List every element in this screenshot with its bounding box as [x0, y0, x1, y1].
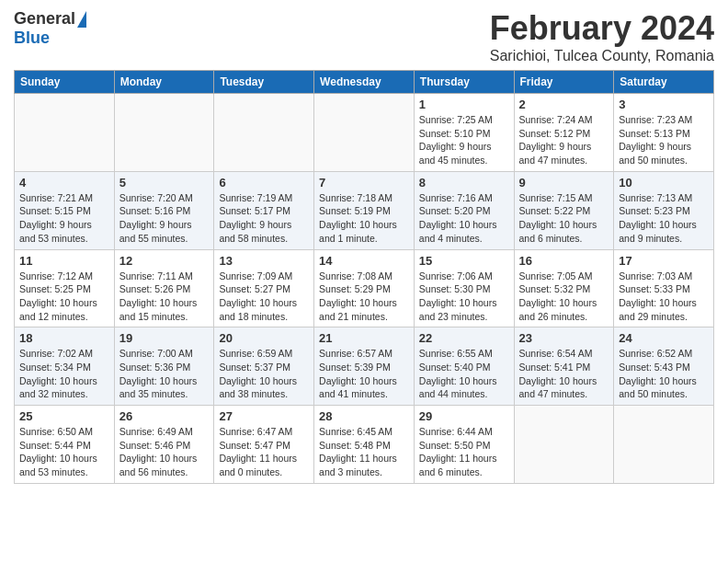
calendar-cell: 9Sunrise: 7:15 AM Sunset: 5:22 PM Daylig…: [514, 171, 614, 249]
day-info: Sunrise: 6:57 AM Sunset: 5:39 PM Dayligh…: [319, 347, 409, 401]
day-of-week-header: Monday: [114, 71, 214, 94]
day-info: Sunrise: 7:15 AM Sunset: 5:22 PM Dayligh…: [519, 191, 609, 246]
calendar-cell: 20Sunrise: 6:59 AM Sunset: 5:37 PM Dayli…: [214, 327, 314, 406]
calendar-week-row: 25Sunrise: 6:50 AM Sunset: 5:44 PM Dayli…: [15, 406, 714, 484]
calendar-cell: 16Sunrise: 7:05 AM Sunset: 5:32 PM Dayli…: [514, 249, 614, 327]
calendar-week-row: 11Sunrise: 7:12 AM Sunset: 5:25 PM Dayli…: [15, 249, 714, 327]
calendar-cell: 21Sunrise: 6:57 AM Sunset: 5:39 PM Dayli…: [314, 327, 415, 406]
calendar-cell: 23Sunrise: 6:54 AM Sunset: 5:41 PM Dayli…: [514, 327, 614, 406]
day-number: 28: [319, 409, 409, 423]
calendar-cell: [15, 94, 115, 172]
day-info: Sunrise: 7:23 AM Sunset: 5:13 PM Dayligh…: [619, 113, 709, 167]
day-number: 4: [19, 176, 109, 190]
day-number: 8: [419, 176, 509, 190]
calendar-cell: 25Sunrise: 6:50 AM Sunset: 5:44 PM Dayli…: [15, 406, 115, 484]
day-number: 27: [219, 409, 309, 423]
day-number: 22: [419, 331, 509, 345]
location-title: Sarichioi, Tulcea County, Romania: [490, 48, 714, 64]
day-number: 17: [619, 254, 709, 268]
day-number: 21: [319, 331, 409, 345]
calendar-cell: 27Sunrise: 6:47 AM Sunset: 5:47 PM Dayli…: [214, 406, 314, 484]
day-number: 16: [519, 254, 609, 268]
day-info: Sunrise: 6:55 AM Sunset: 5:40 PM Dayligh…: [419, 347, 509, 401]
day-number: 2: [519, 98, 609, 111]
day-info: Sunrise: 7:11 AM Sunset: 5:26 PM Dayligh…: [119, 270, 210, 324]
logo-general-text: General: [14, 9, 75, 29]
day-number: 18: [19, 331, 109, 345]
calendar-cell: [114, 94, 214, 172]
calendar-cell: 12Sunrise: 7:11 AM Sunset: 5:26 PM Dayli…: [114, 249, 214, 327]
calendar-cell: 22Sunrise: 6:55 AM Sunset: 5:40 PM Dayli…: [414, 327, 514, 406]
day-info: Sunrise: 7:08 AM Sunset: 5:29 PM Dayligh…: [319, 270, 409, 324]
day-of-week-header: Thursday: [414, 71, 514, 94]
calendar-cell: 2Sunrise: 7:24 AM Sunset: 5:12 PM Daylig…: [514, 94, 614, 172]
calendar-cell: 26Sunrise: 6:49 AM Sunset: 5:46 PM Dayli…: [114, 406, 214, 484]
day-info: Sunrise: 6:54 AM Sunset: 5:41 PM Dayligh…: [519, 347, 609, 401]
calendar-cell: 6Sunrise: 7:19 AM Sunset: 5:17 PM Daylig…: [214, 171, 314, 249]
day-number: 25: [19, 409, 109, 423]
day-number: 10: [619, 176, 709, 190]
calendar-cell: [514, 406, 614, 484]
day-number: 1: [419, 98, 509, 111]
day-info: Sunrise: 7:21 AM Sunset: 5:15 PM Dayligh…: [19, 191, 109, 246]
day-info: Sunrise: 7:06 AM Sunset: 5:30 PM Dayligh…: [419, 270, 509, 324]
calendar-cell: [314, 94, 415, 172]
calendar-cell: [614, 406, 714, 484]
calendar-cell: 4Sunrise: 7:21 AM Sunset: 5:15 PM Daylig…: [15, 171, 115, 249]
day-info: Sunrise: 6:50 AM Sunset: 5:44 PM Dayligh…: [19, 425, 109, 479]
day-info: Sunrise: 7:00 AM Sunset: 5:36 PM Dayligh…: [119, 347, 210, 401]
calendar-cell: 14Sunrise: 7:08 AM Sunset: 5:29 PM Dayli…: [314, 249, 415, 327]
calendar-cell: 28Sunrise: 6:45 AM Sunset: 5:48 PM Dayli…: [314, 406, 415, 484]
calendar-cell: 3Sunrise: 7:23 AM Sunset: 5:13 PM Daylig…: [614, 94, 714, 172]
calendar-cell: 13Sunrise: 7:09 AM Sunset: 5:27 PM Dayli…: [214, 249, 314, 327]
calendar-cell: 10Sunrise: 7:13 AM Sunset: 5:23 PM Dayli…: [614, 171, 714, 249]
calendar-cell: 1Sunrise: 7:25 AM Sunset: 5:10 PM Daylig…: [414, 94, 514, 172]
calendar-cell: 17Sunrise: 7:03 AM Sunset: 5:33 PM Dayli…: [614, 249, 714, 327]
calendar-cell: 8Sunrise: 7:16 AM Sunset: 5:20 PM Daylig…: [414, 171, 514, 249]
day-number: 9: [519, 176, 609, 190]
title-section: February 2024 Sarichioi, Tulcea County, …: [490, 9, 714, 64]
day-info: Sunrise: 7:20 AM Sunset: 5:16 PM Dayligh…: [119, 191, 210, 246]
day-info: Sunrise: 7:12 AM Sunset: 5:25 PM Dayligh…: [19, 270, 109, 324]
calendar-week-row: 4Sunrise: 7:21 AM Sunset: 5:15 PM Daylig…: [15, 171, 714, 249]
day-info: Sunrise: 7:25 AM Sunset: 5:10 PM Dayligh…: [419, 113, 509, 167]
calendar-week-row: 18Sunrise: 7:02 AM Sunset: 5:34 PM Dayli…: [15, 327, 714, 406]
day-number: 7: [319, 176, 409, 190]
day-of-week-header: Friday: [514, 71, 614, 94]
calendar-week-row: 1Sunrise: 7:25 AM Sunset: 5:10 PM Daylig…: [15, 94, 714, 172]
calendar-cell: 18Sunrise: 7:02 AM Sunset: 5:34 PM Dayli…: [15, 327, 115, 406]
logo-triangle-icon: [77, 11, 86, 28]
calendar-header-row: SundayMondayTuesdayWednesdayThursdayFrid…: [15, 71, 714, 94]
day-of-week-header: Sunday: [15, 71, 115, 94]
calendar-table: SundayMondayTuesdayWednesdayThursdayFrid…: [14, 70, 714, 484]
day-info: Sunrise: 7:19 AM Sunset: 5:17 PM Dayligh…: [219, 191, 309, 246]
day-number: 11: [19, 254, 109, 268]
calendar-cell: 29Sunrise: 6:44 AM Sunset: 5:50 PM Dayli…: [414, 406, 514, 484]
calendar-cell: 7Sunrise: 7:18 AM Sunset: 5:19 PM Daylig…: [314, 171, 415, 249]
day-number: 5: [119, 176, 210, 190]
day-number: 14: [319, 254, 409, 268]
day-number: 19: [119, 331, 210, 345]
logo: General Blue: [14, 9, 86, 48]
day-of-week-header: Tuesday: [214, 71, 314, 94]
calendar-cell: [214, 94, 314, 172]
calendar-cell: 5Sunrise: 7:20 AM Sunset: 5:16 PM Daylig…: [114, 171, 214, 249]
day-number: 29: [419, 409, 509, 423]
day-info: Sunrise: 6:52 AM Sunset: 5:43 PM Dayligh…: [619, 347, 709, 401]
day-number: 3: [619, 98, 709, 111]
day-of-week-header: Saturday: [614, 71, 714, 94]
day-info: Sunrise: 7:18 AM Sunset: 5:19 PM Dayligh…: [319, 191, 409, 246]
calendar-cell: 19Sunrise: 7:00 AM Sunset: 5:36 PM Dayli…: [114, 327, 214, 406]
day-number: 6: [219, 176, 309, 190]
page-header: General Blue February 2024 Sarichioi, Tu…: [14, 9, 714, 64]
day-info: Sunrise: 7:05 AM Sunset: 5:32 PM Dayligh…: [519, 270, 609, 324]
day-number: 23: [519, 331, 609, 345]
day-number: 12: [119, 254, 210, 268]
day-info: Sunrise: 7:24 AM Sunset: 5:12 PM Dayligh…: [519, 113, 609, 167]
logo-blue-text: Blue: [14, 29, 50, 48]
day-number: 15: [419, 254, 509, 268]
calendar-cell: 24Sunrise: 6:52 AM Sunset: 5:43 PM Dayli…: [614, 327, 714, 406]
day-info: Sunrise: 7:13 AM Sunset: 5:23 PM Dayligh…: [619, 191, 709, 246]
day-info: Sunrise: 6:44 AM Sunset: 5:50 PM Dayligh…: [419, 425, 509, 479]
day-info: Sunrise: 7:09 AM Sunset: 5:27 PM Dayligh…: [219, 270, 309, 324]
